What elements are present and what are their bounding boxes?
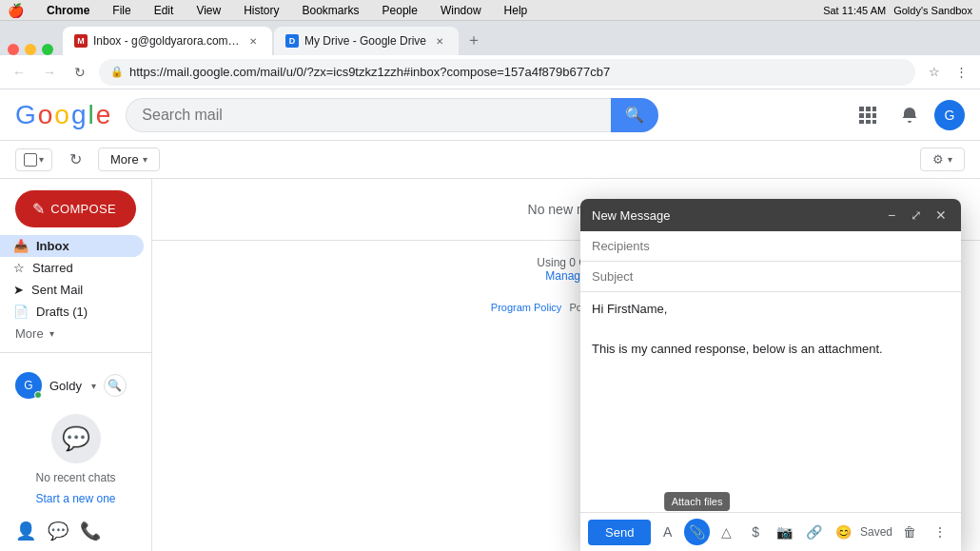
checkbox-chevron-icon: ▾ xyxy=(39,154,44,165)
tab-drive[interactable]: D My Drive - Google Drive ✕ xyxy=(274,27,459,55)
logo-l: l xyxy=(88,100,94,130)
chrome-menu-icon[interactable]: ⋮ xyxy=(950,61,972,84)
chat-start-link[interactable]: Start a new one xyxy=(35,492,115,505)
nav-back[interactable]: ← xyxy=(8,61,30,84)
url-bar[interactable]: 🔒 https://mail.google.com/mail/u/0/?zx=i… xyxy=(99,59,915,86)
gmail-search-bar: 🔍 xyxy=(126,98,658,132)
trash-icon: 🗑 xyxy=(903,524,916,540)
nav-forward[interactable]: → xyxy=(38,61,61,84)
sidebar-item-more[interactable]: More ▾ xyxy=(0,323,151,344)
sidebar-divider xyxy=(0,352,151,353)
menu-view[interactable]: View xyxy=(192,3,225,18)
svg-rect-2 xyxy=(872,107,876,111)
inbox-icon: 📥 xyxy=(13,239,29,253)
compose-title: New Message xyxy=(592,208,670,223)
menu-edit[interactable]: Edit xyxy=(150,3,178,18)
logo-g: G xyxy=(15,100,36,130)
bookmark-icon[interactable]: ☆ xyxy=(923,61,946,84)
account-avatar-wrapper: G xyxy=(15,372,42,399)
settings-icon: ⚙ xyxy=(932,152,944,167)
menu-people[interactable]: People xyxy=(379,3,421,18)
avatar[interactable]: G xyxy=(934,100,965,130)
people-search-icon[interactable]: 🔍 xyxy=(104,374,127,397)
more-sidebar-label: More xyxy=(15,326,44,341)
compose-subject-field[interactable] xyxy=(580,262,961,292)
program-policy-link[interactable]: Program Policy xyxy=(491,302,562,313)
menu-help[interactable]: Help xyxy=(500,3,532,18)
compose-recipients-input[interactable] xyxy=(592,239,950,253)
settings-button[interactable]: ⚙ ▾ xyxy=(920,148,965,171)
window-close[interactable] xyxy=(8,44,19,55)
compose-header[interactable]: New Message − ⤢ ✕ xyxy=(580,199,961,231)
svg-rect-7 xyxy=(866,120,871,124)
starred-icon: ☆ xyxy=(13,261,25,275)
gmail-header-right: G xyxy=(851,98,965,132)
more-chevron-icon: ▾ xyxy=(143,154,147,165)
phone-icon[interactable]: 📞 xyxy=(80,521,101,541)
chat-section: 💬 No recent chats Start a new one xyxy=(0,406,151,513)
insert-photo-button[interactable]: 📷 xyxy=(773,519,798,545)
menu-window[interactable]: Window xyxy=(437,3,485,18)
compose-button[interactable]: ✎ COMPOSE xyxy=(15,190,136,227)
menu-file[interactable]: File xyxy=(108,3,134,18)
compose-footer-right: Saved 🗑 ⋮ xyxy=(860,519,953,545)
compose-label: COMPOSE xyxy=(50,202,116,216)
link-icon: 🔗 xyxy=(806,524,822,540)
tab-gmail-close[interactable]: ✕ xyxy=(245,33,261,49)
apple-menu[interactable]: 🍎 xyxy=(8,3,24,18)
menu-history[interactable]: History xyxy=(240,3,283,18)
chat-bubble-icon: 💬 xyxy=(51,414,101,463)
logo-o1: o xyxy=(38,100,53,130)
menu-bookmarks[interactable]: Bookmarks xyxy=(299,3,363,18)
format-text-icon: A xyxy=(663,524,672,540)
account-online-dot xyxy=(34,391,42,399)
compose-body[interactable]: Hi FirstName, This is my canned response… xyxy=(580,292,961,512)
sidebar-item-inbox[interactable]: 📥 Inbox xyxy=(0,235,144,257)
compose-close-button[interactable]: ✕ xyxy=(932,207,950,224)
compose-minimize-button[interactable]: − xyxy=(883,207,900,224)
compose-expand-button[interactable]: ⤢ xyxy=(908,207,925,224)
window-minimize[interactable] xyxy=(25,44,36,55)
sidebar-item-sent[interactable]: ➤ Sent Mail xyxy=(0,279,144,301)
menubar-time: Sat 11:45 AM xyxy=(823,5,886,16)
select-all-button[interactable]: ▾ xyxy=(15,148,52,171)
tab-drive-close[interactable]: ✕ xyxy=(432,33,447,49)
delete-draft-button[interactable]: 🗑 xyxy=(896,519,923,545)
sidebar-account[interactable]: G Goldy ▾ 🔍 xyxy=(0,364,151,406)
more-sidebar-chevron-icon: ▾ xyxy=(49,328,54,339)
settings-chevron-icon: ▾ xyxy=(948,154,952,165)
format-text-button[interactable]: A xyxy=(655,519,680,545)
sidebar-item-starred[interactable]: ☆ Starred xyxy=(0,257,144,279)
gmail-search-input[interactable] xyxy=(126,98,611,132)
more-options-button[interactable]: ⋮ xyxy=(927,519,953,545)
compose-recipients-field[interactable] xyxy=(580,231,961,262)
ssl-lock-icon: 🔒 xyxy=(110,66,124,78)
insert-link-button[interactable]: 🔗 xyxy=(801,519,827,545)
google-drive-button[interactable]: △ xyxy=(714,519,739,545)
compose-header-controls: − ⤢ ✕ xyxy=(883,207,950,224)
tab-gmail[interactable]: M Inbox - g@goldyarora.com - ... ✕ xyxy=(63,27,272,55)
more-button[interactable]: More ▾ xyxy=(98,148,160,171)
compose-window: New Message − ⤢ ✕ Hi FirstName, This is … xyxy=(580,199,961,551)
send-button[interactable]: Send xyxy=(588,520,651,545)
apps-icon[interactable] xyxy=(851,98,885,132)
insert-emoji-button[interactable]: 😊 xyxy=(831,519,856,545)
nav-reload[interactable]: ↻ xyxy=(69,61,91,84)
attach-files-button[interactable]: 📎 Attach files xyxy=(684,519,710,545)
gmail-search-button[interactable]: 🔍 xyxy=(611,98,658,132)
compose-subject-input[interactable] xyxy=(592,269,950,284)
insert-money-button[interactable]: $ xyxy=(743,519,769,545)
refresh-button[interactable]: ↻ xyxy=(60,145,90,175)
chat-icon[interactable]: 💬 xyxy=(48,521,69,541)
chrome-tabbar: M Inbox - g@goldyarora.com - ... ✕ D My … xyxy=(0,21,980,55)
notifications-icon[interactable] xyxy=(892,98,927,132)
sidebar-item-drafts[interactable]: 📄 Drafts (1) xyxy=(0,301,144,323)
logo-g2: g xyxy=(71,100,87,130)
window-fullscreen[interactable] xyxy=(42,44,53,55)
gmail-sidebar: ✎ COMPOSE 📥 Inbox ☆ Starred ➤ Sent Mail … xyxy=(0,179,152,551)
new-tab-button[interactable]: ＋ xyxy=(461,27,487,53)
add-person-icon[interactable]: 👤 xyxy=(15,521,36,541)
url-text: https://mail.google.com/mail/u/0/?zx=ics… xyxy=(129,65,904,79)
more-options-icon: ⋮ xyxy=(933,524,947,540)
menu-chrome[interactable]: Chrome xyxy=(43,3,93,18)
